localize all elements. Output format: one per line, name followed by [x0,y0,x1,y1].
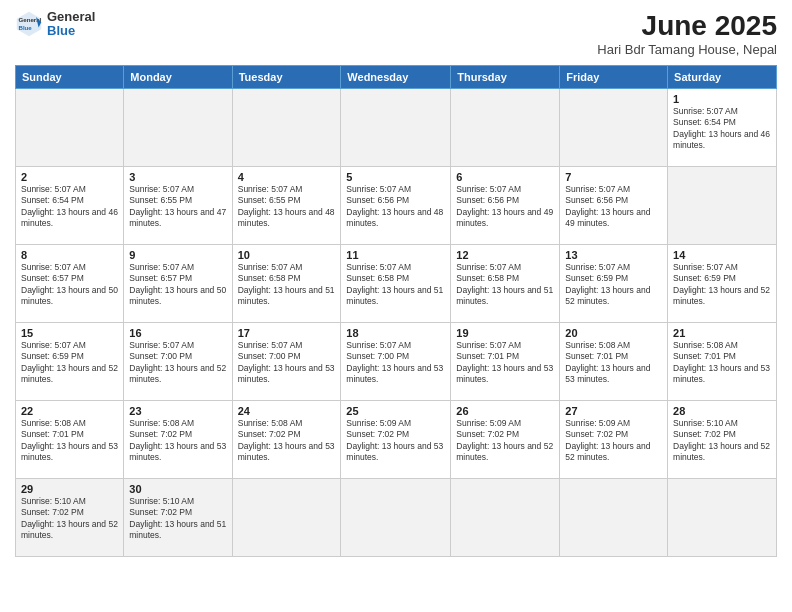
day-info: Sunrise: 5:07 AM Sunset: 7:00 PM Dayligh… [129,340,226,386]
day-info: Sunrise: 5:07 AM Sunset: 6:57 PM Dayligh… [21,262,118,308]
day-info: Sunrise: 5:07 AM Sunset: 6:54 PM Dayligh… [21,184,118,230]
location-subtitle: Hari Bdr Tamang House, Nepal [597,42,777,57]
table-cell: 17Sunrise: 5:07 AM Sunset: 7:00 PM Dayli… [232,323,341,401]
table-cell [341,89,451,167]
day-number: 29 [21,483,118,495]
day-info: Sunrise: 5:08 AM Sunset: 7:02 PM Dayligh… [129,418,226,464]
day-number: 23 [129,405,226,417]
day-info: Sunrise: 5:07 AM Sunset: 7:00 PM Dayligh… [346,340,445,386]
day-info: Sunrise: 5:09 AM Sunset: 7:02 PM Dayligh… [456,418,554,464]
day-number: 19 [456,327,554,339]
week-row-3: 15Sunrise: 5:07 AM Sunset: 6:59 PM Dayli… [16,323,777,401]
logo-general: General [47,10,95,24]
week-row-4: 22Sunrise: 5:08 AM Sunset: 7:01 PM Dayli… [16,401,777,479]
table-cell: 9Sunrise: 5:07 AM Sunset: 6:57 PM Daylig… [124,245,232,323]
day-info: Sunrise: 5:07 AM Sunset: 6:58 PM Dayligh… [456,262,554,308]
table-cell: 29Sunrise: 5:10 AM Sunset: 7:02 PM Dayli… [16,479,124,557]
logo-icon: General Blue [15,10,43,38]
day-info: Sunrise: 5:07 AM Sunset: 7:00 PM Dayligh… [238,340,336,386]
col-thursday: Thursday [451,66,560,89]
table-cell: 6Sunrise: 5:07 AM Sunset: 6:56 PM Daylig… [451,167,560,245]
logo-blue: Blue [47,24,95,38]
table-cell: 12Sunrise: 5:07 AM Sunset: 6:58 PM Dayli… [451,245,560,323]
day-number: 12 [456,249,554,261]
table-cell: 28Sunrise: 5:10 AM Sunset: 7:02 PM Dayli… [668,401,777,479]
table-cell: 10Sunrise: 5:07 AM Sunset: 6:58 PM Dayli… [232,245,341,323]
table-cell: 19Sunrise: 5:07 AM Sunset: 7:01 PM Dayli… [451,323,560,401]
week-row-1: 2Sunrise: 5:07 AM Sunset: 6:54 PM Daylig… [16,167,777,245]
day-number: 10 [238,249,336,261]
col-monday: Monday [124,66,232,89]
day-info: Sunrise: 5:08 AM Sunset: 7:02 PM Dayligh… [238,418,336,464]
table-cell: 30Sunrise: 5:10 AM Sunset: 7:02 PM Dayli… [124,479,232,557]
col-tuesday: Tuesday [232,66,341,89]
day-number: 9 [129,249,226,261]
day-number: 25 [346,405,445,417]
table-cell: 3Sunrise: 5:07 AM Sunset: 6:55 PM Daylig… [124,167,232,245]
day-info: Sunrise: 5:07 AM Sunset: 6:59 PM Dayligh… [21,340,118,386]
table-cell: 23Sunrise: 5:08 AM Sunset: 7:02 PM Dayli… [124,401,232,479]
day-number: 6 [456,171,554,183]
table-cell [124,89,232,167]
day-info: Sunrise: 5:08 AM Sunset: 7:01 PM Dayligh… [21,418,118,464]
table-cell [560,89,668,167]
table-cell [232,479,341,557]
day-info: Sunrise: 5:10 AM Sunset: 7:02 PM Dayligh… [129,496,226,542]
table-cell: 4Sunrise: 5:07 AM Sunset: 6:55 PM Daylig… [232,167,341,245]
day-info: Sunrise: 5:09 AM Sunset: 7:02 PM Dayligh… [565,418,662,464]
day-info: Sunrise: 5:10 AM Sunset: 7:02 PM Dayligh… [21,496,118,542]
header: General Blue General Blue June 2025 Hari… [15,10,777,57]
day-info: Sunrise: 5:08 AM Sunset: 7:01 PM Dayligh… [673,340,771,386]
table-cell: 25Sunrise: 5:09 AM Sunset: 7:02 PM Dayli… [341,401,451,479]
day-info: Sunrise: 5:07 AM Sunset: 6:55 PM Dayligh… [238,184,336,230]
day-info: Sunrise: 5:07 AM Sunset: 6:59 PM Dayligh… [565,262,662,308]
day-number: 11 [346,249,445,261]
table-cell: 21Sunrise: 5:08 AM Sunset: 7:01 PM Dayli… [668,323,777,401]
day-number: 5 [346,171,445,183]
table-cell [341,479,451,557]
svg-text:Blue: Blue [19,24,33,31]
col-sunday: Sunday [16,66,124,89]
calendar-table: Sunday Monday Tuesday Wednesday Thursday… [15,65,777,557]
day-info: Sunrise: 5:07 AM Sunset: 6:56 PM Dayligh… [565,184,662,230]
day-info: Sunrise: 5:10 AM Sunset: 7:02 PM Dayligh… [673,418,771,464]
table-cell: 2Sunrise: 5:07 AM Sunset: 6:54 PM Daylig… [16,167,124,245]
day-number: 21 [673,327,771,339]
table-cell [668,167,777,245]
day-info: Sunrise: 5:09 AM Sunset: 7:02 PM Dayligh… [346,418,445,464]
week-row-0: 1Sunrise: 5:07 AM Sunset: 6:54 PM Daylig… [16,89,777,167]
day-info: Sunrise: 5:07 AM Sunset: 6:59 PM Dayligh… [673,262,771,308]
table-cell: 8Sunrise: 5:07 AM Sunset: 6:57 PM Daylig… [16,245,124,323]
table-cell: 24Sunrise: 5:08 AM Sunset: 7:02 PM Dayli… [232,401,341,479]
table-cell: 11Sunrise: 5:07 AM Sunset: 6:58 PM Dayli… [341,245,451,323]
table-cell: 20Sunrise: 5:08 AM Sunset: 7:01 PM Dayli… [560,323,668,401]
col-wednesday: Wednesday [341,66,451,89]
day-number: 22 [21,405,118,417]
logo: General Blue General Blue [15,10,95,39]
table-cell: 27Sunrise: 5:09 AM Sunset: 7:02 PM Dayli… [560,401,668,479]
table-cell [668,479,777,557]
table-cell [451,479,560,557]
day-info: Sunrise: 5:07 AM Sunset: 6:56 PM Dayligh… [346,184,445,230]
day-number: 13 [565,249,662,261]
day-number: 2 [21,171,118,183]
col-friday: Friday [560,66,668,89]
day-number: 4 [238,171,336,183]
table-cell: 15Sunrise: 5:07 AM Sunset: 6:59 PM Dayli… [16,323,124,401]
day-info: Sunrise: 5:07 AM Sunset: 6:54 PM Dayligh… [673,106,771,152]
title-block: June 2025 Hari Bdr Tamang House, Nepal [597,10,777,57]
day-number: 3 [129,171,226,183]
table-cell: 7Sunrise: 5:07 AM Sunset: 6:56 PM Daylig… [560,167,668,245]
day-info: Sunrise: 5:07 AM Sunset: 6:56 PM Dayligh… [456,184,554,230]
day-info: Sunrise: 5:07 AM Sunset: 6:55 PM Dayligh… [129,184,226,230]
table-cell: 5Sunrise: 5:07 AM Sunset: 6:56 PM Daylig… [341,167,451,245]
week-row-5: 29Sunrise: 5:10 AM Sunset: 7:02 PM Dayli… [16,479,777,557]
month-title: June 2025 [597,10,777,42]
table-cell: 13Sunrise: 5:07 AM Sunset: 6:59 PM Dayli… [560,245,668,323]
table-cell [560,479,668,557]
day-info: Sunrise: 5:07 AM Sunset: 6:57 PM Dayligh… [129,262,226,308]
day-number: 15 [21,327,118,339]
day-number: 24 [238,405,336,417]
day-number: 8 [21,249,118,261]
day-info: Sunrise: 5:07 AM Sunset: 7:01 PM Dayligh… [456,340,554,386]
